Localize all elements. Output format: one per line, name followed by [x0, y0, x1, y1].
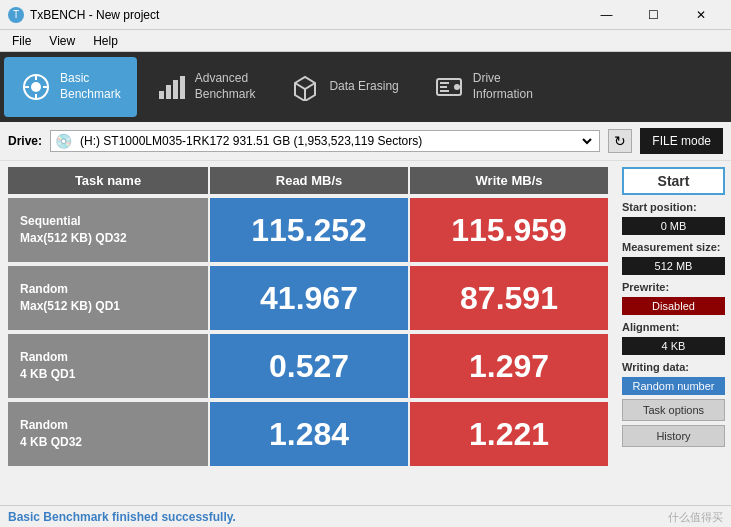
- alignment-label: Alignment:: [622, 321, 725, 333]
- svg-rect-7: [166, 85, 171, 99]
- measurement-size-label: Measurement size:: [622, 241, 725, 253]
- start-position-value: 0 MB: [622, 217, 725, 235]
- toolbar: Basic Benchmark Advanced Benchmark: [0, 52, 731, 122]
- drive-information-text: Drive Information: [473, 71, 533, 102]
- drive-disk-icon: 💿: [55, 133, 72, 149]
- row-1-name: SequentialMax(512 KB) QD32: [8, 198, 208, 262]
- row-2-write: 87.591: [410, 266, 608, 330]
- row-1-write: 115.959: [410, 198, 608, 262]
- tab-data-erasing[interactable]: Data Erasing: [273, 57, 414, 117]
- writing-data-value: Random number: [622, 377, 725, 395]
- close-button[interactable]: ✕: [678, 5, 723, 25]
- right-panel: Start Start position: 0 MB Measurement s…: [616, 161, 731, 476]
- tab-advanced-benchmark[interactable]: Advanced Benchmark: [139, 57, 272, 117]
- table-row: RandomMax(512 KB) QD1 41.967 87.591: [8, 266, 608, 330]
- title-bar-left: T TxBENCH - New project: [8, 7, 159, 23]
- minimize-button[interactable]: —: [584, 5, 629, 25]
- tab-drive-information[interactable]: Drive Information: [417, 57, 549, 117]
- table-row: Random4 KB QD32 1.284 1.221: [8, 402, 608, 466]
- table-header: Task name Read MB/s Write MB/s: [8, 167, 608, 194]
- window-controls: — ☐ ✕: [584, 5, 723, 25]
- row-3-write: 1.297: [410, 334, 608, 398]
- row-4-read: 1.284: [210, 402, 408, 466]
- col-header-task: Task name: [8, 167, 208, 194]
- menu-help[interactable]: Help: [85, 32, 126, 50]
- task-options-button[interactable]: Task options: [622, 399, 725, 421]
- svg-rect-6: [159, 91, 164, 99]
- watermark: 什么值得买: [668, 510, 723, 525]
- drive-information-icon: [433, 71, 465, 103]
- svg-point-12: [454, 84, 460, 90]
- row-4-write: 1.221: [410, 402, 608, 466]
- advanced-benchmark-icon: [155, 71, 187, 103]
- benchmark-table: Task name Read MB/s Write MB/s Sequentia…: [0, 161, 616, 476]
- advanced-benchmark-text: Advanced Benchmark: [195, 71, 256, 102]
- history-button[interactable]: History: [622, 425, 725, 447]
- col-header-read: Read MB/s: [210, 167, 408, 194]
- maximize-button[interactable]: ☐: [631, 5, 676, 25]
- measurement-size-value: 512 MB: [622, 257, 725, 275]
- main-content: Task name Read MB/s Write MB/s Sequentia…: [0, 161, 731, 476]
- row-2-read: 41.967: [210, 266, 408, 330]
- basic-benchmark-icon: [20, 71, 52, 103]
- data-erasing-icon: [289, 71, 321, 103]
- app-icon: T: [8, 7, 24, 23]
- drive-refresh-button[interactable]: ↻: [608, 129, 632, 153]
- drive-label: Drive:: [8, 134, 42, 148]
- title-bar: T TxBENCH - New project — ☐ ✕: [0, 0, 731, 30]
- table-row: SequentialMax(512 KB) QD32 115.252 115.9…: [8, 198, 608, 262]
- status-text: Basic Benchmark finished successfully.: [8, 510, 236, 524]
- drive-selector-wrapper[interactable]: 💿 (H:) ST1000LM035-1RK172 931.51 GB (1,9…: [50, 130, 600, 152]
- drive-row: Drive: 💿 (H:) ST1000LM035-1RK172 931.51 …: [0, 122, 731, 161]
- row-4-name: Random4 KB QD32: [8, 402, 208, 466]
- col-header-write: Write MB/s: [410, 167, 608, 194]
- row-3-read: 0.527: [210, 334, 408, 398]
- row-3-name: Random4 KB QD1: [8, 334, 208, 398]
- svg-rect-8: [173, 80, 178, 99]
- drive-select[interactable]: (H:) ST1000LM035-1RK172 931.51 GB (1,953…: [76, 133, 595, 149]
- prewrite-label: Prewrite:: [622, 281, 725, 293]
- menu-bar: File View Help: [0, 30, 731, 52]
- row-1-read: 115.252: [210, 198, 408, 262]
- alignment-value: 4 KB: [622, 337, 725, 355]
- menu-file[interactable]: File: [4, 32, 39, 50]
- start-button[interactable]: Start: [622, 167, 725, 195]
- prewrite-value: Disabled: [622, 297, 725, 315]
- writing-data-label: Writing data:: [622, 361, 725, 373]
- menu-view[interactable]: View: [41, 32, 83, 50]
- tab-basic-benchmark[interactable]: Basic Benchmark: [4, 57, 137, 117]
- data-erasing-text: Data Erasing: [329, 79, 398, 95]
- file-mode-button[interactable]: FILE mode: [640, 128, 723, 154]
- basic-benchmark-text: Basic Benchmark: [60, 71, 121, 102]
- svg-rect-9: [180, 76, 185, 99]
- start-position-label: Start position:: [622, 201, 725, 213]
- app-title: TxBENCH - New project: [30, 8, 159, 22]
- table-row: Random4 KB QD1 0.527 1.297: [8, 334, 608, 398]
- row-2-name: RandomMax(512 KB) QD1: [8, 266, 208, 330]
- svg-point-1: [31, 82, 41, 92]
- status-bar: Basic Benchmark finished successfully. 什…: [0, 505, 731, 527]
